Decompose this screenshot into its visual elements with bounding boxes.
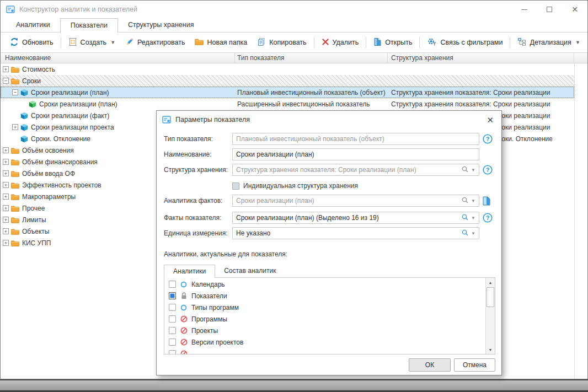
expand-icon[interactable]: +	[3, 159, 9, 165]
scroll-down-icon[interactable]: ▼	[486, 345, 495, 354]
button-label: Удалить	[333, 39, 359, 46]
expand-icon[interactable]: +	[3, 194, 9, 200]
open-button[interactable]: Открыть	[368, 35, 417, 51]
lookup-controls: ▼	[461, 165, 475, 175]
expand-icon[interactable]: +	[3, 170, 9, 176]
chevron-down-icon[interactable]: ▼	[471, 168, 475, 173]
checkbox-unchecked[interactable]	[169, 304, 176, 311]
search-icon[interactable]	[461, 213, 469, 223]
tab-analytics-composition[interactable]: Состав аналитик	[215, 265, 285, 278]
prohibited-icon	[180, 327, 188, 334]
column-header-structure[interactable]: Структура хранения	[388, 53, 574, 63]
table-row[interactable]: −Сроки	[1, 75, 574, 87]
field-label: Тип показателя:	[164, 135, 230, 143]
checkbox-unchecked[interactable]	[169, 350, 176, 355]
search-icon[interactable]	[461, 229, 469, 238]
name-input[interactable]: Сроки реализации (план)	[232, 148, 479, 160]
column-header-name[interactable]: Наименование	[1, 53, 235, 63]
help-icon[interactable]: ?	[483, 213, 493, 223]
chevron-down-icon[interactable]: ▼	[110, 40, 115, 45]
filter-link-button[interactable]: Связь с фильтрами	[422, 35, 507, 51]
search-icon[interactable]	[461, 196, 469, 206]
collapse-icon[interactable]: −	[12, 89, 18, 95]
expand-icon[interactable]: +	[3, 240, 9, 246]
folder-icon	[11, 194, 19, 200]
row-name: Объём ввода ОФ	[22, 170, 75, 178]
chevron-down-icon[interactable]: ▼	[471, 231, 475, 236]
storage-structure-input[interactable]: Структура хранения показателя: Сроки реа…	[232, 164, 479, 176]
expand-icon[interactable]: +	[12, 124, 18, 130]
svg-text:?: ?	[486, 214, 490, 221]
ok-button[interactable]: ОК	[409, 358, 451, 372]
chevron-down-icon[interactable]: ▼	[575, 40, 580, 45]
list-item[interactable]: Проекты	[164, 325, 485, 336]
search-icon[interactable]	[461, 165, 469, 175]
folder-icon	[11, 66, 19, 73]
dialog-icon	[162, 116, 171, 123]
expand-icon[interactable]: +	[3, 147, 9, 153]
list-item[interactable]	[164, 348, 485, 355]
expand-icon[interactable]: +	[3, 182, 9, 188]
expand-icon[interactable]: +	[3, 205, 9, 211]
refresh-button[interactable]: Обновить	[5, 35, 58, 51]
unit-input[interactable]: Не указано ▼	[232, 227, 479, 239]
list-item-label: Программы	[191, 315, 227, 323]
checkbox-unchecked[interactable]	[169, 327, 176, 334]
collapse-icon[interactable]: −	[3, 78, 9, 84]
indicator-parameters-dialog: Параметры показателя ✕ Тип показателя: П…	[156, 110, 502, 375]
type-input[interactable]: Плановый инвестиционный показатель (объе…	[232, 133, 479, 145]
delete-button[interactable]: Удалить	[317, 35, 364, 50]
pencil-icon	[125, 37, 134, 48]
cancel-button[interactable]: Отмена	[454, 358, 495, 372]
checkbox-unchecked[interactable]	[169, 339, 176, 346]
indicator-facts-input[interactable]: Сроки реализации (план) (Выделено 16 из …	[232, 212, 479, 224]
grid-header: Наименование Тип показателя Структура хр…	[1, 53, 587, 63]
expand-icon[interactable]: +	[3, 228, 9, 234]
dialog-title-bar[interactable]: Параметры показателя ✕	[157, 111, 501, 128]
list-item[interactable]: Версии проектов	[164, 336, 485, 348]
table-row[interactable]: −Сроки реализации (план)Плановый инвести…	[1, 87, 574, 98]
detail-icon	[517, 37, 526, 48]
tab-analytics-inner[interactable]: Аналитики	[164, 265, 215, 278]
facts-analytics-input[interactable]: Сроки реализации (план) ▼	[232, 195, 479, 207]
analytics-list: КалендарьПоказателиТипы программПрограмм…	[164, 277, 495, 355]
scroll-up-icon[interactable]: ▲	[486, 278, 495, 287]
checkbox-unchecked[interactable]	[169, 281, 176, 288]
detail-button[interactable]: Детализация ▼	[512, 35, 585, 51]
create-button[interactable]: Создать ▼	[63, 35, 120, 51]
expand-icon[interactable]: +	[3, 66, 9, 72]
individual-structure-checkbox[interactable]	[232, 182, 239, 190]
table-row[interactable]: +Стоимость	[1, 63, 574, 75]
list-item[interactable]: Показатели	[164, 290, 485, 302]
list-item[interactable]: Календарь	[164, 278, 485, 290]
tab-storage-structures[interactable]: Структуры хранения	[118, 18, 204, 32]
chevron-down-icon[interactable]: ▼	[471, 216, 475, 221]
copy-button[interactable]: Копировать	[252, 35, 311, 51]
checkbox-unchecked[interactable]	[169, 315, 176, 323]
open-document-icon[interactable]	[483, 196, 490, 206]
list-item[interactable]: Типы программ	[164, 302, 485, 313]
scrollbar-thumb[interactable]	[487, 287, 494, 307]
main-tabs: Аналитики Показатели Структуры хранения	[1, 18, 587, 33]
new-folder-button[interactable]: Новая папка	[190, 35, 252, 50]
dialog-close-icon[interactable]: ✕	[487, 116, 494, 124]
tab-analytics[interactable]: Аналитики	[6, 18, 60, 32]
refresh-icon	[10, 37, 19, 48]
table-row[interactable]: Сроки реализации (план)Расширенный инвес…	[1, 98, 574, 110]
toolbar-separator	[510, 37, 510, 48]
maximize-button[interactable]	[537, 1, 562, 18]
column-header-type[interactable]: Тип показателя	[235, 53, 388, 63]
help-icon[interactable]: ?	[483, 165, 493, 175]
tab-indicators[interactable]: Показатели	[60, 18, 118, 33]
help-icon[interactable]: ?	[483, 134, 493, 144]
edit-button[interactable]: Редактировать	[120, 35, 190, 51]
title-bar[interactable]: Конструктор аналитик и показателей ✕	[1, 1, 587, 18]
chevron-down-icon[interactable]: ▼	[471, 198, 475, 203]
row-name: Объём освоения	[22, 147, 74, 154]
close-button[interactable]: ✕	[562, 1, 587, 18]
checkbox-checked[interactable]	[169, 292, 176, 299]
expand-icon[interactable]: +	[3, 217, 9, 223]
list-item[interactable]: Программы	[164, 313, 485, 325]
scrollbar[interactable]: ▲ ▼	[485, 278, 495, 354]
minimize-button[interactable]	[511, 1, 537, 18]
